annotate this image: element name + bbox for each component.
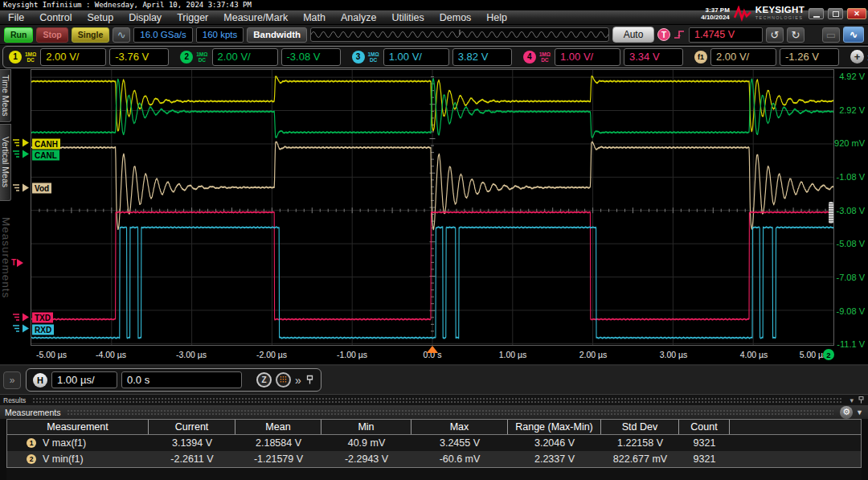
channel-3-coupling[interactable]: 1MΩDC [368,51,379,63]
autoscale-icon[interactable]: ∿ [843,27,864,43]
ground-marker-txd[interactable] [11,311,30,322]
time-tick-label: -5.00 µs [36,350,67,359]
time-tick-label: -3.00 µs [176,350,207,359]
voltage-tick-label: 920 mV [834,138,865,148]
function-f1-scale-field[interactable]: 2.00 V/ [710,48,776,66]
acquisition-mode-icon[interactable] [276,372,291,388]
waveform-display[interactable]: CANHCANLVodTXDRXD [31,69,834,346]
tab-time-meas[interactable]: Time Meas [0,69,11,122]
axis-channel-badge[interactable]: 2 [823,349,834,360]
single-button[interactable]: Single [72,27,110,43]
menu-demos[interactable]: Demos [440,12,472,23]
col-count[interactable]: Count [679,420,730,434]
channel-1-scale-field[interactable]: 2.00 V/ [40,48,106,66]
close-button[interactable]: ✕ [847,8,866,19]
gear-icon[interactable]: ⚙ [840,406,853,419]
channel-3-scale-field[interactable]: 1.00 V/ [383,48,449,66]
channel-2-badge[interactable]: 2 [180,51,193,64]
table-row[interactable]: 2 V min(f1) -2.2611 V -1.21579 V -2.2943… [7,451,861,467]
channel-3-offset-field[interactable]: 3.82 V [452,48,512,66]
collapse-results-icon[interactable]: ▾ [850,396,854,404]
menu-analyze[interactable]: Analyze [341,12,376,23]
col-stddev[interactable]: Std Dev [601,420,679,434]
tab-vertical-meas[interactable]: Vertical Meas [0,124,11,201]
touch-zone-icon[interactable]: ▭ [822,27,840,43]
trigger-time-marker[interactable] [427,346,438,353]
voltage-tick-label: 4.92 V [839,72,865,81]
timebase-scale-field[interactable]: 1.00 µs/ [51,371,117,388]
function-f1-offset-field[interactable]: -1.26 V [780,48,839,66]
expand-chevrons-icon[interactable]: » [295,374,301,387]
menu-utilities[interactable]: Utilities [391,12,424,23]
col-range[interactable]: Range (Max-Min) [508,420,601,434]
scope-display-area: Time Meas Vertical Meas Measurements T C… [0,69,868,363]
timebase-position-field[interactable]: 0.0 s [121,371,242,388]
minimize-button[interactable] [809,8,824,19]
channel-4-coupling[interactable]: 1MΩDC [539,51,551,63]
channel-1-coupling[interactable]: 1MΩDC [25,51,36,63]
redo-icon[interactable]: ↻ [787,27,805,43]
voltage-tick-label: -11.1 V [837,339,865,349]
vertical-scroll-grip[interactable] [829,202,833,224]
zoom-button[interactable]: Z [256,372,272,388]
col-mean[interactable]: Mean [235,420,321,434]
channel-1-offset-field[interactable]: -3.76 V [109,48,169,66]
menu-display[interactable]: Display [129,12,162,23]
auto-trigger-button[interactable]: Auto [612,27,654,43]
ground-marker-rxd[interactable] [11,323,30,334]
menu-help[interactable]: Help [486,12,507,23]
menu-trigger[interactable]: Trigger [177,12,208,23]
menu-file[interactable]: File [8,12,24,23]
pin-icon[interactable] [858,396,865,404]
col-max[interactable]: Max [411,420,508,434]
pin-icon[interactable] [305,375,314,385]
ground-marker-canh[interactable] [11,137,30,149]
horizontal-badge[interactable]: H [33,373,47,388]
function-f1-badge[interactable]: f1 [694,51,707,64]
left-tab-strip: Time Meas Vertical Meas Measurements [0,69,11,363]
time-tick-label: 2.00 µs [579,350,608,359]
undo-icon[interactable]: ↺ [766,27,784,43]
acquisition-toolbar: Run Stop Single ∿ 16.0 GSa/s 160 kpts Ba… [0,25,868,45]
col-current[interactable]: Current [149,420,235,434]
table-header-row: Measurement Current Mean Min Max Range (… [7,420,861,435]
trigger-source-badge[interactable]: T [657,28,670,41]
ground-marker-canl[interactable] [11,149,30,160]
run-button[interactable]: Run [4,27,33,43]
dropdown-caret-icon[interactable]: ▼ [856,408,863,416]
clock: 3:37 PM4/10/2024 [701,6,730,21]
table-row[interactable]: 1 V max(f1) 3.1394 V 2.18584 V 40.9 mV 3… [7,435,861,451]
channel-2-coupling[interactable]: 1MΩDC [196,51,207,63]
channel-4-offset-field[interactable]: 3.34 V [624,48,683,66]
maximize-button[interactable] [828,8,843,19]
add-waveform-button[interactable]: + [850,50,864,64]
menu-control[interactable]: Control [39,12,72,23]
tab-measurements-collapsed[interactable]: Measurements [0,217,12,298]
channel-2-offset-field[interactable]: -3.08 V [281,48,341,66]
time-tick-label: 1.00 µs [499,350,527,359]
bandwidth-button[interactable]: Bandwidth [247,27,307,43]
waveform-preview-strip[interactable] [310,27,609,42]
menu-math[interactable]: Math [303,12,326,23]
channel-4-scale-field[interactable]: 1.00 V/ [555,48,620,66]
ground-marker-vod[interactable] [11,182,30,193]
trigger-edge-icon[interactable] [674,29,686,40]
trigger-level-field[interactable]: 1.4745 V [689,27,763,43]
col-min[interactable]: Min [321,420,411,434]
time-tick-label: -2.00 µs [256,350,287,359]
expand-left-panel-icon[interactable]: » [3,371,21,389]
trigger-level-marker[interactable]: T [11,257,24,269]
voltage-tick-label: -1.08 V [837,172,865,182]
memory-depth-field: 160 kpts [196,27,244,43]
results-panel: Results ▾ Measurements ⚙ ▼ Measurement C… [0,394,868,480]
channel-4-badge[interactable]: 4 [523,51,536,64]
col-measurement[interactable]: Measurement [7,420,149,434]
clear-display-icon[interactable]: ∿ [113,27,130,43]
channel-3-badge[interactable]: 3 [352,51,365,64]
menu-setup[interactable]: Setup [87,12,113,23]
channel-1-badge[interactable]: 1 [9,51,22,64]
menu-measure-mark[interactable]: Measure/Mark [223,12,288,23]
channel-2-scale-field[interactable]: 2.00 V/ [212,48,278,66]
stop-button[interactable]: Stop [36,27,68,43]
measurement-2-badge: 2 [27,454,36,464]
